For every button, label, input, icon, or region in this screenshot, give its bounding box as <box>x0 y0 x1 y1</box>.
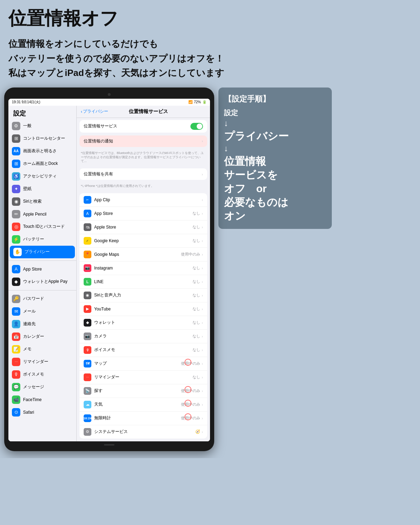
find-chevron: › <box>202 389 203 393</box>
sidebar-label-calendar: カレンダー <box>23 334 44 340</box>
reminders-chevron: › <box>202 375 203 379</box>
main-content: 19:31 9月14日(火) 📶 72% 🔋 設定 ⚙ 一般 <box>0 88 336 458</box>
reminders-label: リマインダー <box>94 374 119 380</box>
sidebar-item-calendar[interactable]: 📅 カレンダー <box>8 330 76 343</box>
sidebar-item-apple-pencil[interactable]: ✏ Apple Pencil <box>8 208 76 220</box>
share-location-row[interactable]: 位置情報を共有 › <box>79 168 207 180</box>
location-services-row: 位置情報サービス <box>79 120 207 133</box>
general-icon: ⚙ <box>12 122 20 130</box>
google-keep-row[interactable]: ✓ Google Keep なし › <box>79 234 207 248</box>
sidebar-item-contacts[interactable]: 👤 連絡先 <box>8 318 76 330</box>
sidebar-item-passwords[interactable]: 🔑 パスワード <box>8 293 76 305</box>
system-services-icon: ⚙ <box>84 428 91 436</box>
sidebar-item-accessibility[interactable]: ♿ アクセシビリティ <box>8 170 76 183</box>
sidebar-label-apple-pencil: Apple Pencil <box>23 212 47 217</box>
system-services-row[interactable]: ⚙ システムサービス 🧭 › <box>79 425 207 439</box>
clock-row[interactable]: 16:24 無限時計 使用中のみ › <box>79 412 207 425</box>
maps-icon: 🗺 <box>84 360 91 368</box>
find-row[interactable]: 📡 探す 使用中のみ › <box>79 384 207 398</box>
instagram-row[interactable]: 📷 Instagram なし › <box>79 261 207 275</box>
wallet-label: ウォレット <box>94 320 115 326</box>
find-icon: 📡 <box>84 387 91 395</box>
sidebar-item-safari[interactable]: ⊙ Safari <box>8 406 76 419</box>
messages-icon: 💬 <box>12 383 20 391</box>
voice-memo-row[interactable]: 🎙 ボイスメモ なし › <box>79 343 207 357</box>
youtube-row[interactable]: ▶ YouTube なし › <box>79 302 207 316</box>
reminders-row-icon: ⋯ <box>84 373 91 381</box>
google-keep-left: ✓ Google Keep <box>84 237 119 245</box>
sidebar-item-notes[interactable]: 📝 メモ <box>8 343 76 356</box>
maps-row[interactable]: 🗺 マップ 使用中のみ › <box>79 357 207 371</box>
system-services-right: 🧭 › <box>195 429 203 434</box>
app-clip-row[interactable]: ✂ App Clip › <box>79 193 207 207</box>
sidebar-item-general[interactable]: ⚙ 一般 <box>8 120 76 132</box>
sidebar-item-wallet[interactable]: ◆ ウォレットとApple Pay <box>8 275 76 288</box>
app-store-left: A App Store <box>84 210 113 217</box>
sidebar-label-wallpaper: 壁紙 <box>23 186 31 192</box>
wallet-row[interactable]: ◆ ウォレット なし › <box>79 316 207 330</box>
sidebar-label-privacy: プライバシー <box>24 249 50 255</box>
location-services-toggle[interactable] <box>190 123 203 130</box>
inst-arrow1: ↓ <box>224 118 326 128</box>
clock-label: 無限時計 <box>94 415 111 421</box>
siri-voice-right: なし › <box>192 293 203 298</box>
nav-back-button[interactable]: ‹ プライバシー <box>81 108 108 114</box>
google-maps-label: Google Maps <box>94 252 119 257</box>
inst-step3b: サービスを <box>224 168 326 182</box>
facetime-icon: 📹 <box>12 396 20 404</box>
sidebar-item-facetime[interactable]: 📹 FaceTime <box>8 393 76 406</box>
location-notice-row[interactable]: 位置情報の通知 › <box>79 135 207 147</box>
sidebar-label-wallet: ウォレットとApple Pay <box>23 279 68 285</box>
battery-level: 72% <box>194 100 201 104</box>
inst-step5: 必要なものは <box>224 195 326 209</box>
sidebar-item-reminders[interactable]: ⋯ リマインダー <box>8 356 76 368</box>
page-title: 位置情報オフ <box>8 8 328 28</box>
nav-back-label: プライバシー <box>83 108 108 114</box>
homescreen-icon: ⊞ <box>12 160 20 168</box>
sidebar-item-wallpaper[interactable]: ✦ 壁紙 <box>8 183 76 195</box>
sidebar-label-contacts: 連絡先 <box>23 321 36 327</box>
appstore-icon: A <box>12 265 20 273</box>
sidebar-item-messages[interactable]: 💬 メッセージ <box>8 381 76 393</box>
inst-step2: プライバシー <box>224 129 326 143</box>
ipad-mockup: 19:31 9月14日(火) 📶 72% 🔋 設定 ⚙ 一般 <box>4 88 214 451</box>
sidebar-item-appstore[interactable]: A App Store <box>8 263 76 275</box>
sidebar-item-homescreen[interactable]: ⊞ ホーム画面とDock <box>8 158 76 170</box>
siri-voice-row[interactable]: ◉ Siriと音声入力 なし › <box>79 289 207 302</box>
sidebar-item-siri[interactable]: ◉ Siriと検索 <box>8 195 76 208</box>
apple-store-icon: 🛍 <box>84 223 91 231</box>
nav-title: 位置情報サービス <box>129 108 186 115</box>
apple-store-chevron: › <box>202 225 203 229</box>
sidebar-item-display[interactable]: AA 画面表示と明るさ <box>8 145 76 158</box>
google-maps-row[interactable]: 📍 Google Maps 使用中のみ › <box>79 248 207 261</box>
apple-store-row[interactable]: 🛍 Apple Store なし › <box>79 220 207 234</box>
weather-row[interactable]: ☁ 天気 使用中のみ › <box>79 398 207 412</box>
sidebar-item-mail[interactable]: ✉ メール <box>8 305 76 318</box>
siri-voice-icon: ◉ <box>84 292 91 299</box>
reminders-right: なし › <box>192 374 203 380</box>
status-right: 📶 72% 🔋 <box>188 100 206 104</box>
voice-memo-right: なし › <box>192 347 203 352</box>
sidebar-item-battery[interactable]: ⚡ バッテリー <box>8 233 76 246</box>
system-services-left: ⚙ システムサービス <box>84 428 128 436</box>
sidebar-item-touch-id[interactable]: ◎ Touch IDとパスコード <box>8 220 76 233</box>
settings-sidebar: 設定 ⚙ 一般 ⊞ コントロールセンター AA 画面表示と明るさ <box>8 106 77 441</box>
maps-left: 🗺 マップ <box>84 360 107 368</box>
app-clip-right: › <box>200 198 203 202</box>
share-chevron-icon: › <box>202 172 203 176</box>
reminders-row[interactable]: ⋯ リマインダー なし › <box>79 371 207 384</box>
location-services-section: 位置情報サービス <box>79 120 207 133</box>
sidebar-item-voice-memos[interactable]: 🎙 ボイスメモ <box>8 368 76 381</box>
app-store-row[interactable]: A App Store なし › <box>79 207 207 220</box>
apple-store-left: 🛍 Apple Store <box>84 223 116 231</box>
sidebar-item-privacy[interactable]: ✋ プライバシー <box>10 246 75 258</box>
line-value: なし <box>192 279 200 284</box>
line-row[interactable]: L LINE なし › <box>79 275 207 289</box>
camera-row[interactable]: 📷 カメラ なし › <box>79 330 207 343</box>
voice-memo-left: 🎙 ボイスメモ <box>84 346 115 354</box>
sidebar-item-control-center[interactable]: ⊞ コントロールセンター <box>8 132 76 145</box>
front-camera <box>108 93 111 96</box>
ipad-screen: 19:31 9月14日(火) 📶 72% 🔋 設定 ⚙ 一般 <box>8 99 210 441</box>
ipad-home-button[interactable] <box>104 444 114 446</box>
location-notice-label: 位置情報の通知 <box>84 138 113 144</box>
